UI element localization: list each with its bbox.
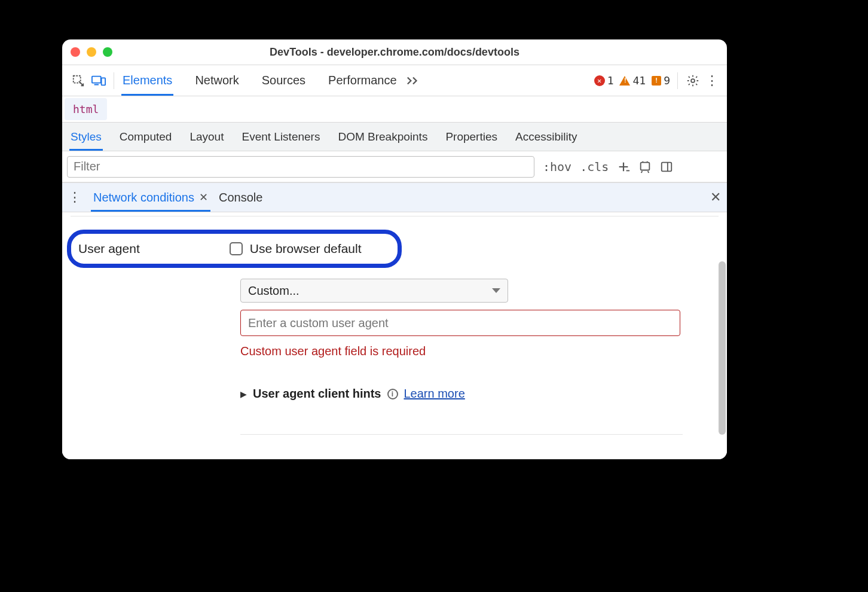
use-browser-default-checkbox[interactable]: Use browser default: [230, 242, 362, 256]
hov-toggle[interactable]: :hov: [543, 160, 571, 174]
drawer-tab-label: Network conditions: [93, 191, 194, 205]
chevron-down-icon: [492, 288, 500, 293]
section-separator: [240, 434, 683, 435]
user-agent-controls: Custom... Custom user agent field is req…: [240, 279, 683, 435]
devtools-window: DevTools - developer.chrome.com/docs/dev…: [62, 39, 727, 459]
tab-performance[interactable]: Performance: [327, 65, 398, 96]
tab-elements[interactable]: Elements: [121, 65, 173, 96]
zoom-window-button[interactable]: [103, 47, 112, 57]
errors-count: 1: [607, 74, 614, 87]
subtab-dom-breakpoints[interactable]: DOM Breakpoints: [338, 123, 427, 151]
user-agent-row: User agent Use browser default: [71, 230, 719, 268]
client-hints-row: ▶ User agent client hints i Learn more: [240, 387, 683, 401]
status-badges: ✕ 1 41 ! 9: [594, 74, 670, 87]
minimize-window-button[interactable]: [87, 47, 96, 57]
user-agent-label: User agent: [78, 242, 140, 256]
breadcrumb-html[interactable]: html: [65, 98, 107, 120]
main-tabs: Elements Network Sources Performance: [121, 65, 398, 96]
toolbar-divider: [114, 72, 114, 89]
close-window-button[interactable]: [71, 47, 80, 57]
subtab-styles[interactable]: Styles: [71, 123, 102, 151]
tab-sources[interactable]: Sources: [261, 65, 307, 96]
errors-badge[interactable]: ✕ 1: [594, 74, 614, 87]
drawer-tab-console[interactable]: Console: [216, 183, 265, 212]
svg-rect-2: [102, 78, 105, 85]
drawer-tab-network-conditions[interactable]: Network conditions ✕: [91, 183, 210, 212]
disclosure-triangle-icon[interactable]: ▶: [240, 389, 247, 399]
styles-filter-row: :hov .cls: [62, 151, 727, 182]
close-drawer-tab-icon[interactable]: ✕: [199, 191, 208, 204]
inspect-icon[interactable]: [71, 73, 86, 89]
subtab-accessibility[interactable]: Accessibility: [515, 123, 577, 151]
issues-count: 9: [664, 74, 670, 87]
drawer-scrollbar-thumb[interactable]: [719, 261, 726, 435]
subtab-computed[interactable]: Computed: [120, 123, 172, 151]
issue-icon: !: [652, 76, 661, 86]
close-drawer-icon[interactable]: ✕: [710, 190, 721, 205]
device-toggle-icon[interactable]: [91, 73, 106, 89]
drawer-scrollbar[interactable]: [717, 212, 727, 459]
user-agent-highlight: User agent Use browser default: [67, 230, 402, 268]
drawer-tab-label: Console: [219, 191, 262, 205]
new-style-rule-icon[interactable]: [617, 160, 630, 173]
subtab-properties[interactable]: Properties: [445, 123, 497, 151]
custom-user-agent-input[interactable]: [240, 310, 680, 336]
subtab-event-listeners[interactable]: Event Listeners: [242, 123, 320, 151]
drawer-tabbar: ⋮ Network conditions ✕ Console ✕: [62, 182, 727, 212]
svg-rect-4: [641, 162, 650, 170]
network-throttling-row: Network throttling No throttling: [71, 212, 719, 216]
toolbar-divider: [677, 72, 678, 89]
traffic-lights: [71, 47, 112, 57]
network-conditions-panel: Network throttling No throttling User ag…: [62, 212, 727, 459]
learn-more-link[interactable]: Learn more: [404, 387, 465, 401]
svg-rect-1: [92, 76, 101, 83]
toggle-sidebar-icon[interactable]: [660, 160, 673, 173]
cls-toggle[interactable]: .cls: [580, 160, 609, 174]
svg-point-3: [691, 79, 695, 83]
warnings-badge[interactable]: 41: [619, 74, 646, 87]
issues-badge[interactable]: ! 9: [652, 74, 670, 87]
info-icon[interactable]: i: [387, 389, 398, 399]
warning-icon: [619, 76, 630, 86]
main-toolbar: Elements Network Sources Performance ✕ 1…: [62, 65, 727, 96]
checkbox-box-icon: [230, 242, 243, 255]
svg-rect-5: [662, 162, 672, 171]
titlebar: DevTools - developer.chrome.com/docs/dev…: [62, 39, 727, 65]
settings-gear-icon[interactable]: [685, 73, 701, 89]
client-hints-label: User agent client hints: [253, 387, 381, 401]
user-agent-error: Custom user agent field is required: [240, 344, 683, 358]
tab-network[interactable]: Network: [194, 65, 240, 96]
styles-subtabs: Styles Computed Layout Event Listeners D…: [62, 123, 727, 151]
dom-breadcrumbs: html: [62, 96, 727, 123]
window-title: DevTools - developer.chrome.com/docs/dev…: [62, 46, 727, 59]
styles-filter-input[interactable]: [67, 156, 534, 178]
user-agent-select-value: Custom...: [248, 284, 299, 298]
more-tabs-chevron-icon[interactable]: [407, 76, 420, 86]
use-browser-default-label: Use browser default: [250, 242, 362, 256]
error-icon: ✕: [594, 75, 605, 86]
warnings-count: 41: [632, 74, 646, 87]
subtab-layout[interactable]: Layout: [190, 123, 224, 151]
computed-styles-icon[interactable]: [638, 160, 652, 173]
user-agent-select[interactable]: Custom...: [240, 279, 508, 303]
